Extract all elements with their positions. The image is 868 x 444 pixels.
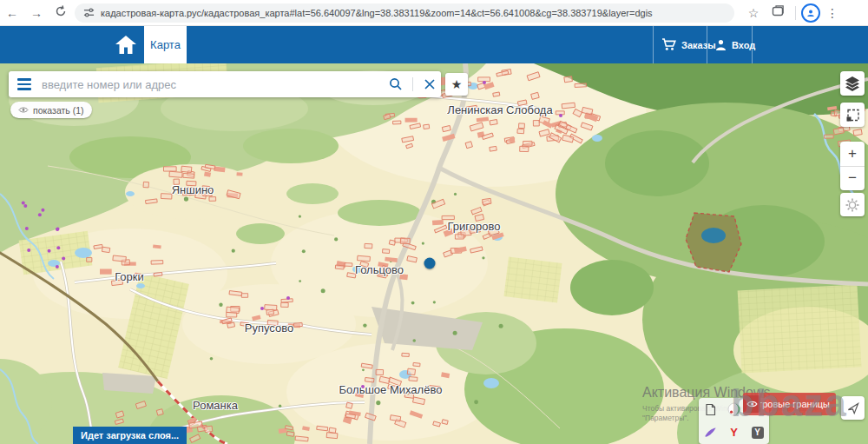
layer-loading-badge: Идет загрузка слоя... — [73, 427, 187, 444]
menu-hamburger-icon[interactable] — [9, 71, 40, 97]
yandex-logo-icon[interactable]: Y — [722, 421, 746, 444]
show-results-pill[interactable]: показать (1) — [10, 102, 92, 118]
2gis-logo-icon[interactable] — [722, 398, 746, 421]
site-navbar: Карта Заказы Вход — [0, 26, 868, 63]
back-icon[interactable]: ← — [0, 0, 24, 26]
orders-button[interactable]: Заказы — [661, 26, 716, 63]
clear-search-icon[interactable] — [418, 71, 441, 97]
page-flip-icon[interactable] — [699, 398, 722, 421]
map-container: Ленинская СлободаЯншиноГригоровоГольцово… — [0, 63, 868, 444]
home-icon[interactable] — [115, 35, 137, 58]
select-area-icon — [845, 108, 860, 123]
bookmark-star-icon[interactable]: ☆ — [741, 0, 766, 26]
map-canvas[interactable] — [0, 63, 868, 444]
nav-separator — [653, 26, 654, 63]
nav-separator — [752, 26, 753, 63]
location-arrow-icon — [846, 401, 860, 415]
browser-toolbar: ← → кадастровая-карта.рус/кадастровая_ка… — [0, 0, 868, 26]
search-divider — [412, 77, 413, 91]
refresh-icon[interactable] — [49, 0, 73, 26]
profile-avatar[interactable] — [801, 3, 820, 23]
layers-icon — [845, 76, 860, 91]
url-text: кадастровая-карта.рус/кадастровая_карта#… — [101, 8, 653, 18]
tab-map[interactable]: Карта — [144, 26, 187, 63]
zoom-control: + − — [840, 142, 865, 190]
layers-button[interactable] — [840, 71, 865, 96]
login-button[interactable]: Вход — [715, 26, 755, 63]
nav-separator — [707, 26, 707, 63]
zoom-in-button[interactable]: + — [840, 142, 865, 167]
toolbar-divider — [795, 6, 796, 20]
show-results-label: показать (1) — [33, 105, 84, 116]
search-input[interactable] — [40, 77, 385, 92]
borders-eye-icon[interactable] — [743, 395, 760, 413]
menu-kebab-icon[interactable]: ⋮ — [820, 0, 845, 26]
geolocation-button[interactable] — [841, 396, 865, 420]
address-bar[interactable]: кадастровая-карта.рус/кадастровая_карта#… — [75, 3, 734, 23]
site-settings-icon[interactable] — [83, 7, 95, 18]
user-icon — [715, 39, 727, 51]
cart-icon — [661, 38, 676, 51]
search-icon[interactable] — [385, 71, 407, 97]
search-bar — [9, 71, 441, 97]
map-marker[interactable] — [424, 258, 436, 269]
eye-icon — [18, 106, 29, 114]
zoom-out-button[interactable]: − — [840, 167, 865, 191]
settings-button[interactable] — [840, 193, 865, 216]
orders-label: Заказы — [681, 40, 716, 50]
forward-icon[interactable]: → — [24, 0, 49, 26]
draw-feather-icon[interactable] — [699, 421, 722, 444]
favorites-button[interactable]: ★ — [445, 73, 468, 96]
select-area-button[interactable] — [840, 103, 865, 127]
tab-panel-icon[interactable] — [766, 0, 790, 26]
gear-icon — [845, 198, 859, 212]
yandex-dark-icon[interactable]: Y — [746, 421, 769, 444]
